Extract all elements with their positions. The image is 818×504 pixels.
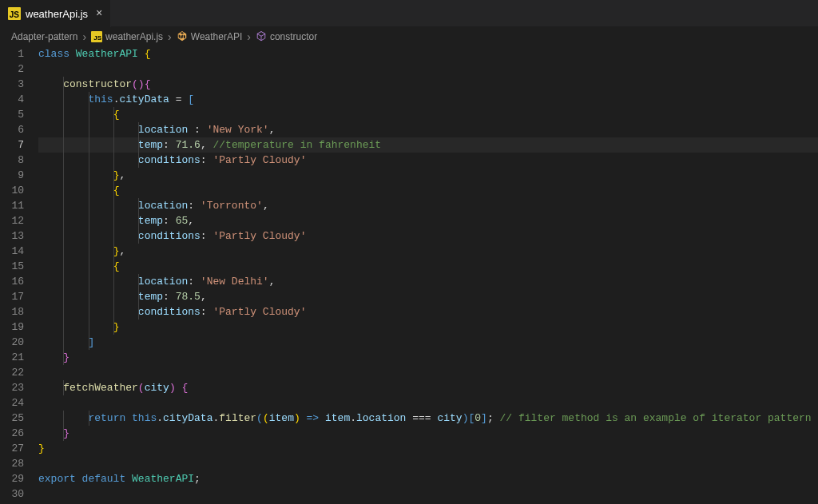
indent-guide — [89, 107, 89, 122]
indent-guide — [89, 168, 89, 183]
indent-guide — [138, 153, 139, 168]
indent-guide — [113, 274, 114, 289]
indent-guide — [63, 153, 64, 168]
indent-guide — [63, 411, 64, 426]
indent-guide — [113, 259, 114, 274]
class-icon — [177, 30, 188, 44]
code-line[interactable]: export default WeatherAPI; — [38, 471, 818, 486]
indent-guide — [113, 319, 114, 335]
indent-guide — [89, 274, 89, 289]
breadcrumb-file[interactable]: weatherApi.js — [105, 31, 163, 42]
indent-guide — [63, 107, 64, 122]
indent-guide — [113, 107, 114, 122]
breadcrumb-folder[interactable]: Adapter-pattern — [11, 31, 77, 42]
indent-guide — [138, 228, 139, 244]
code-line[interactable]: return this.cityData.filter((item) => it… — [38, 411, 818, 426]
indent-guide — [63, 213, 64, 228]
indent-guide — [63, 183, 64, 198]
line-number: 15 — [0, 259, 24, 274]
indent-guide — [138, 304, 139, 319]
code-line[interactable]: } — [38, 350, 818, 365]
indent-guide — [63, 168, 64, 183]
code-line[interactable]: }, — [38, 244, 818, 259]
line-number: 16 — [0, 274, 24, 289]
indent-guide — [89, 411, 89, 426]
line-number: 20 — [0, 335, 24, 350]
line-number: 26 — [0, 426, 24, 441]
line-number: 7 — [0, 137, 24, 153]
code-line[interactable] — [38, 456, 818, 471]
code-line[interactable]: temp: 71.6, //temperature in fahrenheit — [38, 137, 818, 153]
indent-guide — [138, 122, 139, 137]
indent-guide — [89, 213, 89, 228]
code-line[interactable]: temp: 78.5, — [38, 289, 818, 304]
method-icon — [256, 30, 267, 44]
code-line[interactable]: } — [38, 426, 818, 441]
indent-guide — [89, 122, 89, 137]
code-line[interactable]: { — [38, 259, 818, 274]
tab-weatherapi[interactable]: JS weatherApi.js × — [0, 0, 111, 27]
code-line[interactable]: { — [38, 183, 818, 198]
code-line[interactable]: } — [38, 441, 818, 456]
line-number: 11 — [0, 198, 24, 213]
code-line[interactable]: location : 'New York', — [38, 122, 818, 137]
indent-guide — [63, 92, 64, 107]
indent-guide — [138, 274, 139, 289]
code-line[interactable]: { — [38, 107, 818, 122]
indent-guide — [89, 228, 89, 244]
indent-guide — [63, 350, 64, 365]
indent-guide — [113, 198, 114, 213]
indent-guide — [89, 137, 89, 153]
js-file-icon: JS — [91, 31, 102, 42]
editor[interactable]: 1234567891011121314151617181920212223242… — [0, 46, 818, 504]
code-line[interactable] — [38, 62, 818, 77]
indent-guide — [113, 122, 114, 137]
code-line[interactable]: }, — [38, 168, 818, 183]
indent-guide — [113, 228, 114, 244]
gutter: 1234567891011121314151617181920212223242… — [0, 46, 38, 504]
indent-guide — [89, 153, 89, 168]
indent-guide — [89, 244, 89, 259]
breadcrumb-class[interactable]: WeatherAPI — [191, 31, 242, 42]
line-number: 18 — [0, 304, 24, 319]
indent-guide — [63, 259, 64, 274]
code-area[interactable]: class WeatherAPI { constructor(){ this.c… — [38, 46, 818, 504]
code-line[interactable]: ] — [38, 335, 818, 350]
chevron-right-icon: › — [168, 30, 172, 43]
indent-guide — [89, 198, 89, 213]
indent-guide — [63, 335, 64, 350]
indent-guide — [63, 304, 64, 319]
close-icon[interactable]: × — [96, 7, 102, 20]
js-file-icon: JS — [8, 7, 21, 20]
code-line[interactable]: conditions: 'Partly Cloudy' — [38, 153, 818, 168]
code-line[interactable]: conditions: 'Partly Cloudy' — [38, 304, 818, 319]
code-line[interactable] — [38, 365, 818, 380]
indent-guide — [89, 319, 89, 335]
indent-guide — [63, 426, 64, 441]
breadcrumb-member[interactable]: constructor — [270, 31, 317, 42]
code-line[interactable]: temp: 65, — [38, 213, 818, 228]
indent-guide — [113, 244, 114, 259]
indent-guide — [113, 213, 114, 228]
indent-guide — [113, 137, 114, 153]
code-line[interactable]: constructor(){ — [38, 77, 818, 92]
indent-guide — [138, 213, 139, 228]
code-line[interactable]: fetchWeather(city) { — [38, 380, 818, 395]
line-number: 8 — [0, 153, 24, 168]
code-line[interactable]: location: 'Torronto', — [38, 198, 818, 213]
line-number: 14 — [0, 244, 24, 259]
line-number: 10 — [0, 183, 24, 198]
line-number: 28 — [0, 456, 24, 471]
tab-label: weatherApi.js — [26, 8, 88, 20]
code-line[interactable]: location: 'New Delhi', — [38, 274, 818, 289]
indent-guide — [113, 304, 114, 319]
line-number: 9 — [0, 168, 24, 183]
code-line[interactable]: class WeatherAPI { — [38, 46, 818, 62]
indent-guide — [63, 228, 64, 244]
code-line[interactable] — [38, 395, 818, 411]
code-line[interactable]: this.cityData = [ — [38, 92, 818, 107]
code-line[interactable] — [38, 486, 818, 502]
code-line[interactable]: conditions: 'Partly Cloudy' — [38, 228, 818, 244]
line-number: 29 — [0, 471, 24, 486]
code-line[interactable]: } — [38, 319, 818, 335]
